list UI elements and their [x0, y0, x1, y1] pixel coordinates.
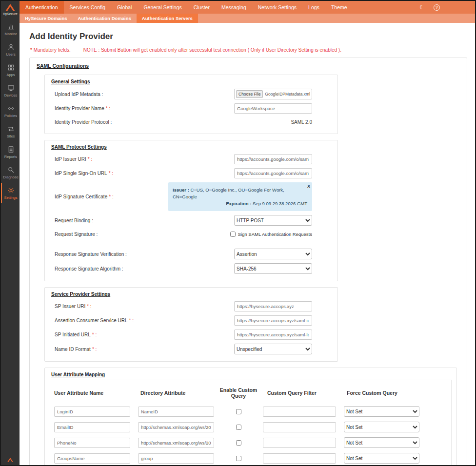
identity-provider-name-row: Identity Provider Name* : [45, 101, 337, 116]
sub-navigation: HySecure Domains Authentication Domains … [20, 14, 475, 23]
request-binding-row: Request Binding : HTTP POST [45, 213, 337, 228]
sidebar-item-label: Monitor [4, 32, 17, 36]
request-signature-option: Sign SAML Authentication Requests [230, 232, 312, 237]
sidebar-item-policies[interactable]: Policies [1, 101, 20, 121]
report-document-icon [7, 146, 15, 153]
force-custom-query-select[interactable]: Not Set [344, 453, 419, 464]
sidebar-item-diagnose[interactable]: Diagnose [1, 162, 20, 183]
nav-icon-group: ☾ ? [419, 1, 475, 14]
tab-general-settings[interactable]: General Settings [138, 1, 187, 14]
sidebar-item-users[interactable]: Users [1, 39, 20, 60]
general-settings-panel: General Settings Upload IdP Metadata : C… [44, 75, 338, 134]
force-custom-query-select[interactable]: Not Set [344, 437, 419, 448]
tab-authentication-servers[interactable]: Authentication Servers [137, 14, 198, 23]
custom-query-filter-input[interactable] [263, 422, 336, 432]
directory-attribute-input[interactable] [138, 453, 214, 464]
idp-issuer-uri-input[interactable] [234, 154, 312, 164]
identity-provider-protocol-value: SAML 2.0 [234, 119, 312, 125]
mandatory-note: * Mandatory fields.NOTE : Submit Button … [30, 47, 467, 53]
dark-mode-icon[interactable]: ☾ [419, 4, 425, 10]
mapping-table-header: User Attribute Name Directory Attribute … [50, 381, 451, 404]
user-attribute-input[interactable] [54, 422, 130, 432]
response-signature-verification-select[interactable]: Assertion [234, 249, 312, 259]
request-binding-select[interactable]: HTTP POST [234, 215, 312, 226]
custom-query-filter-input[interactable] [263, 407, 336, 417]
mapping-row-loginid: Not Set [50, 404, 451, 419]
idp-sso-url-label: IdP Single Sign-On URL* : [55, 171, 113, 176]
sidebar-item-label: Diagnose [3, 175, 19, 179]
idp-signature-certificate-row: IdP Signature Certificate* : X Issuer : … [45, 180, 337, 213]
sidebar-item-sites[interactable]: Sites [1, 121, 20, 142]
sidebar-item-reports[interactable]: Reports [1, 142, 20, 162]
certificate-remove-icon[interactable]: X [307, 183, 310, 190]
tab-messaging[interactable]: Messaging [216, 1, 252, 14]
idp-issuer-uri-label: IdP Issuer URI* : [55, 156, 92, 162]
app-window: HySecure Monitor Users Apps Devices Poli… [0, 0, 476, 466]
directory-attribute-input[interactable] [138, 422, 214, 432]
sidebar-item-devices[interactable]: Devices [1, 80, 20, 101]
response-signature-verification-label: Response Signature Verification : [55, 252, 127, 257]
sidebar-item-label: Sites [7, 134, 15, 138]
enable-custom-query-checkbox[interactable] [236, 409, 241, 414]
enable-custom-query-checkbox[interactable] [236, 425, 241, 430]
certificate-info-box: X Issuer : C=US, O=Google Inc., OU=Googl… [168, 182, 312, 211]
saml-configurations-box: SAML Configurations General Settings Upl… [29, 58, 467, 465]
sp-issuer-uri-input[interactable] [234, 301, 312, 311]
custom-query-filter-input[interactable] [263, 438, 336, 448]
column-force-custom-query: Force Custom Query [344, 390, 422, 396]
user-attribute-input[interactable] [54, 438, 130, 448]
name-id-format-select[interactable]: Unspecified [234, 344, 312, 354]
directory-attribute-input[interactable] [138, 407, 214, 417]
brand-logo[interactable]: HySecure [1, 1, 20, 19]
sidebar-item-monitor[interactable]: Monitor [1, 19, 20, 39]
service-provider-settings-heading: Service Provider Settings [51, 291, 337, 297]
column-enable-custom-query: Enable Custom Query [214, 387, 263, 399]
tab-authentication-domains[interactable]: Authentication Domains [73, 14, 137, 23]
response-signature-algorithm-select[interactable]: SHA-256 [234, 263, 312, 274]
upload-idp-metadata-row: Upload IdP Metadata : Choose File Google… [45, 87, 337, 101]
sp-initiated-url-input[interactable] [234, 330, 312, 340]
tab-cluster[interactable]: Cluster [188, 1, 216, 14]
choose-file-button[interactable]: Choose File [236, 90, 263, 98]
sp-initiated-url-label: SP Initiated URL* : [55, 332, 97, 337]
enable-custom-query-checkbox[interactable] [236, 456, 241, 461]
page-title: Add Identity Provider [29, 32, 467, 41]
assertion-consumer-service-url-input[interactable] [234, 315, 312, 326]
tab-hysecure-domains[interactable]: HySecure Domains [20, 14, 73, 23]
sign-saml-requests-checkbox[interactable] [230, 232, 236, 237]
identity-provider-name-input[interactable] [234, 103, 312, 114]
bar-chart-icon [7, 23, 15, 30]
transfer-arrows-icon [7, 125, 15, 133]
user-attribute-input[interactable] [54, 453, 130, 464]
sidebar-item-label: Settings [4, 195, 17, 200]
tab-services-config[interactable]: Services Config [64, 1, 112, 14]
tab-network-settings[interactable]: Network Settings [252, 1, 302, 14]
enable-custom-query-checkbox[interactable] [236, 440, 241, 446]
brand-logo-icon [5, 4, 15, 11]
user-attribute-mapping-table: User Attribute Name Directory Attribute … [50, 380, 452, 465]
sidebar-item-apps[interactable]: Apps [1, 60, 20, 80]
force-custom-query-select[interactable]: Not Set [344, 422, 419, 432]
assertion-consumer-service-url-label: Assertion Consumer Service URL* : [55, 318, 134, 323]
mapping-row-groupsname: Not Set [50, 450, 451, 465]
submit-note-text: NOTE : Submit Button will get enabled on… [83, 47, 341, 53]
user-attribute-input[interactable] [54, 407, 130, 417]
column-user-attribute-name: User Attribute Name [54, 390, 138, 396]
saml-protocol-settings-panel: SAML Protocol Settings IdP Issuer URI* :… [44, 140, 338, 281]
sidebar-footer [1, 455, 20, 465]
tab-authentication[interactable]: Authentication [20, 1, 64, 14]
help-icon[interactable]: ? [434, 4, 440, 11]
idp-sso-url-input[interactable] [234, 168, 312, 178]
directory-attribute-input[interactable] [138, 438, 214, 448]
tab-global[interactable]: Global [111, 1, 138, 14]
tab-logs[interactable]: Logs [302, 1, 325, 14]
idp-metadata-file-input[interactable]: Choose File GoogleIDPMetadata.xml [234, 89, 312, 99]
gear-icon [7, 187, 15, 194]
column-directory-attribute: Directory Attribute [138, 390, 214, 396]
monitor-icon [7, 84, 15, 92]
sidebar-item-settings[interactable]: Settings [1, 183, 20, 203]
tab-theme[interactable]: Theme [325, 1, 353, 14]
name-id-format-row: Name ID Format* : Unspecified [45, 342, 337, 356]
force-custom-query-select[interactable]: Not Set [344, 406, 419, 417]
custom-query-filter-input[interactable] [263, 453, 336, 464]
